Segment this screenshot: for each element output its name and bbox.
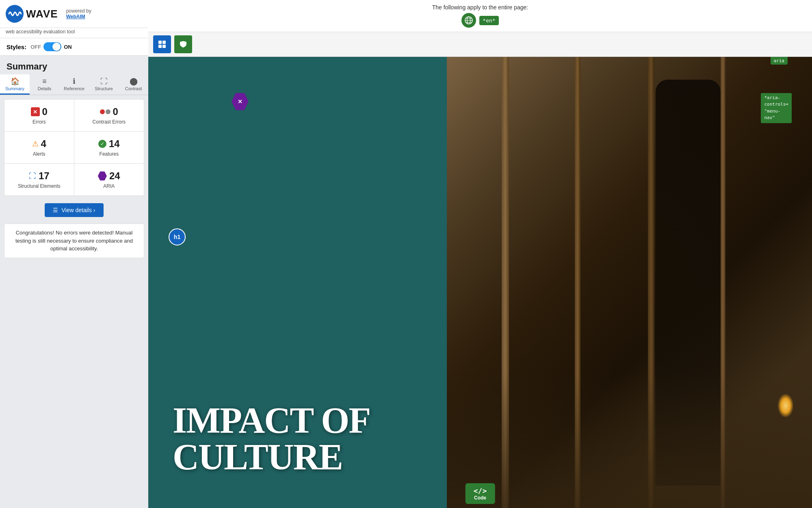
aria-label: ARIA (103, 183, 115, 189)
toolbar-btn-1[interactable] (153, 35, 171, 53)
errors-label: Errors (32, 119, 46, 125)
contrast-error-icon (100, 109, 110, 114)
alert-icon: ⚠ (32, 139, 39, 148)
stats-grid: ✕ 0 Errors 0 Contrast Errors ⚠ 4 Alerts (4, 99, 144, 196)
tab-summary-label: Summary (5, 86, 24, 91)
sidebar: WAVE powered by WebAIM web accessibility… (0, 0, 148, 508)
toggle-knob (52, 43, 61, 51)
top-bar: The following apply to the entire page: … (148, 0, 812, 32)
tab-details-label: Details (38, 86, 52, 91)
structural-value: 17 (39, 170, 50, 182)
view-details-label: View details › (61, 207, 95, 213)
tab-reference[interactable]: ℹ Reference (59, 74, 89, 95)
globe-icon (461, 13, 476, 28)
styles-label: Styles: (6, 43, 26, 50)
main-content: The following apply to the entire page: … (148, 0, 812, 508)
summary-title: Summary (0, 56, 148, 74)
aria-tooltip: *aria- controls= "menu- nav" (761, 93, 792, 123)
contrast-errors-label: Contrast Errors (93, 119, 126, 125)
aria-tooltip-line3: "menu- (764, 108, 788, 115)
svg-rect-9 (162, 45, 166, 48)
app-subtitle: web accessibility evaluation tool (0, 28, 148, 38)
aria-tooltip-line2: controls= (764, 101, 788, 108)
congratulations-text: Congratulations! No errors were detected… (15, 230, 133, 252)
error-badge-area: ✕ (232, 93, 249, 110)
feature-icon: ✓ (98, 140, 106, 148)
h1-badge: h1 (169, 228, 186, 245)
structural-icon: ⛶ (29, 172, 36, 180)
styles-toggle[interactable]: OFF ON (30, 42, 72, 51)
aria-error-icon: ✕ (232, 93, 249, 110)
code-symbol: </> (474, 486, 487, 495)
tab-reference-label: Reference (64, 86, 84, 91)
features-label: Features (100, 151, 119, 157)
svg-rect-8 (158, 45, 162, 48)
tab-structure[interactable]: ⛶ Structure (89, 74, 119, 95)
styles-off-label: OFF (30, 44, 41, 50)
app-title: WAVE (26, 8, 58, 20)
details-tab-icon: ≡ (42, 78, 47, 85)
tab-summary[interactable]: 🏠 Summary (0, 74, 30, 95)
powered-by-section: powered by WebAIM (66, 8, 91, 20)
view-details-button[interactable]: ☰ View details › (45, 203, 103, 217)
view-details-wrapper: ☰ View details › (0, 201, 148, 219)
lang-badge-row: *en* (156, 13, 804, 28)
toolbar-btn-2[interactable] (174, 35, 192, 53)
alerts-label: Alerts (33, 151, 45, 157)
errors-value: 0 (42, 106, 48, 117)
code-label: Code (474, 495, 487, 501)
page-preview: IMPACT OF CULTURE h1 ✕ *aria- controls= … (148, 57, 812, 508)
toolbar (148, 32, 812, 57)
features-value: 14 (109, 138, 120, 150)
reference-tab-icon: ℹ (73, 78, 76, 85)
logo-area: WAVE (6, 5, 58, 23)
contrast-errors-value: 0 (113, 106, 118, 117)
tab-contrast[interactable]: ⬤ Contrast (119, 74, 148, 95)
stat-alerts: ⚠ 4 Alerts (4, 132, 74, 164)
webaim-link[interactable]: WebAIM (66, 14, 91, 20)
toggle-track[interactable] (43, 42, 61, 51)
alerts-value: 4 (41, 138, 46, 150)
hero-text-line1: IMPACT OF (173, 402, 370, 439)
code-badge: </> Code (466, 483, 495, 504)
tab-structure-label: Structure (95, 86, 113, 91)
error-icon: ✕ (31, 107, 40, 116)
styles-on-label: ON (64, 44, 72, 50)
stat-features: ✓ 14 Features (74, 132, 144, 164)
aria-tooltip-line1: *aria- (764, 95, 788, 102)
tab-contrast-label: Contrast (125, 86, 142, 91)
list-icon: ☰ (53, 207, 58, 213)
svg-rect-7 (162, 41, 166, 44)
styles-bar: Styles: OFF ON (0, 38, 148, 56)
tab-details[interactable]: ≡ Details (30, 74, 59, 95)
lang-code-text: *en* (483, 17, 495, 24)
hero-text-line2: CULTURE (173, 439, 370, 475)
painting-area (447, 57, 812, 508)
aria-icon (98, 172, 107, 180)
wave-logo-icon (6, 5, 24, 23)
stat-contrast-errors: 0 Contrast Errors (74, 100, 144, 132)
stat-structural: ⛶ 17 Structural Elements (4, 164, 74, 195)
aria-value: 24 (109, 170, 120, 182)
tabs-bar: 🏠 Summary ≡ Details ℹ Reference ⛶ Struct… (0, 74, 148, 95)
hero-text: IMPACT OF CULTURE (173, 402, 370, 475)
congratulations-message: Congratulations! No errors were detected… (4, 224, 144, 258)
app-header: WAVE powered by WebAIM (0, 0, 148, 28)
stat-errors: ✕ 0 Errors (4, 100, 74, 132)
svg-rect-6 (158, 41, 162, 44)
structural-label: Structural Elements (18, 183, 61, 189)
top-bar-text: The following apply to the entire page: (156, 4, 804, 11)
aria-controls-tag: aria (771, 57, 788, 65)
aria-tooltip-line4: nav" (764, 115, 788, 122)
stat-aria: 24 ARIA (74, 164, 144, 195)
powered-by-text: powered by (66, 8, 91, 14)
lang-tag: *en* (479, 16, 498, 25)
structure-tab-icon: ⛶ (100, 78, 108, 85)
contrast-tab-icon: ⬤ (130, 78, 138, 85)
summary-tab-icon: 🏠 (11, 78, 19, 85)
